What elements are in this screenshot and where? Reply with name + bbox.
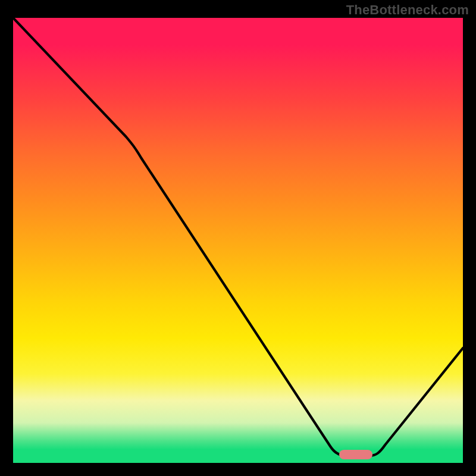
watermark-text: TheBottleneck.com (346, 2, 469, 18)
plot-area (13, 18, 463, 463)
chart-frame: TheBottleneck.com (0, 0, 476, 476)
bottleneck-curve (13, 18, 463, 463)
curve-path (13, 18, 463, 456)
optimal-range-marker (339, 450, 372, 459)
